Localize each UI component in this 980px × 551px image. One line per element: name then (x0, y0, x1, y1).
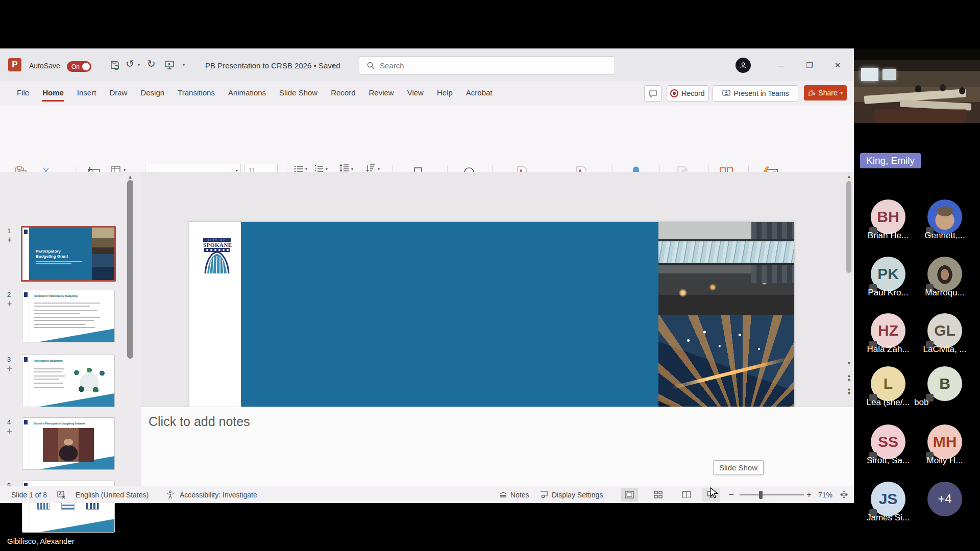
participant-name: James Si... (857, 513, 919, 523)
search-box[interactable] (359, 56, 615, 74)
accessibility-status[interactable]: Accessibility: Investigate (180, 486, 257, 503)
title-dropdown-icon[interactable]: ▾ (333, 64, 335, 68)
notes-placeholder[interactable]: Click to add notes (149, 414, 250, 429)
slide-thumbnail-3[interactable]: Participatory Budgeting (22, 355, 115, 407)
zoom-level[interactable]: 71% (818, 486, 832, 503)
fit-slide-button[interactable] (840, 486, 848, 503)
screen: P AutoSave On ↺ ▾ ↻ ▾ PB Presentation to… (0, 0, 980, 551)
zoom-slider-thumb[interactable] (759, 491, 763, 499)
search-input[interactable] (379, 61, 585, 70)
line-spacing-button[interactable] (339, 164, 349, 172)
zoom-in-button[interactable]: + (806, 486, 812, 503)
undo-button[interactable]: ↺ (126, 58, 134, 70)
tab-insert[interactable]: Insert (70, 81, 103, 105)
active-speaker-video[interactable] (854, 48, 980, 123)
animation-star-icon (7, 366, 12, 371)
record-presentation-button[interactable]: Record (667, 85, 708, 102)
share-button[interactable]: Share▾ (804, 85, 847, 101)
previous-slide-button[interactable]: ▲▲ (847, 374, 851, 381)
comments-button[interactable] (644, 85, 662, 102)
zoom-slider-tick (771, 492, 771, 497)
thumb-title: Participatory Budgeting (34, 359, 105, 362)
thumb-title: Funding for Participatory Budgeting (34, 294, 105, 297)
active-speaker-label: King, Emily (860, 153, 921, 168)
account-avatar[interactable] (736, 58, 751, 73)
room-person (959, 87, 965, 94)
restore-button[interactable]: ❐ (798, 58, 821, 73)
language-indicator[interactable]: English (United States) (76, 486, 149, 503)
normal-view-button[interactable] (621, 488, 638, 502)
participant-name: Hala Zah... (857, 344, 919, 355)
tab-slide-show[interactable]: Slide Show (273, 81, 324, 105)
spellcheck-icon[interactable] (57, 486, 66, 503)
reading-view-button[interactable] (678, 488, 695, 502)
line-spacing-dropdown-icon[interactable]: ▾ (351, 167, 353, 171)
next-slide-button[interactable]: ▼▼ (847, 388, 851, 395)
tab-draw[interactable]: Draw (103, 81, 134, 105)
slide-thumbnail-1[interactable]: Participatory Budgeting Grant (21, 226, 116, 282)
start-slideshow-icon[interactable] (164, 60, 175, 70)
participant-name: Lea (she/... (857, 397, 919, 408)
tab-file[interactable]: File (10, 81, 36, 105)
participant-name: bob (914, 397, 955, 408)
participant-overflow-badge[interactable]: +4 (927, 482, 962, 516)
tab-view[interactable]: View (401, 81, 430, 105)
thumb-number: 1 (7, 227, 11, 235)
slide-sorter-button[interactable] (649, 488, 667, 502)
autosave-toggle[interactable]: On (63, 61, 91, 72)
numbering-button[interactable] (314, 165, 324, 172)
autosave-label: AutoSave (29, 62, 60, 70)
sort-text-button[interactable] (365, 164, 376, 172)
toggle-knob (82, 63, 90, 70)
display-settings-button[interactable]: Display Settings (540, 486, 603, 503)
present-in-teams-button[interactable]: Present in Teams (713, 85, 798, 102)
accessibility-icon[interactable] (166, 486, 175, 503)
powerpoint-logo-icon[interactable]: P (8, 58, 21, 71)
tab-design[interactable]: Design (134, 81, 171, 105)
tab-acrobat[interactable]: Acrobat (459, 81, 499, 105)
record-dot-icon (670, 89, 678, 97)
slide-indicator[interactable]: Slide 1 of 8 (11, 486, 47, 503)
powerpoint-window: P AutoSave On ↺ ▾ ↻ ▾ PB Presentation to… (0, 48, 854, 503)
thumb-scrollbar[interactable] (127, 180, 133, 359)
thumb-photo (43, 428, 94, 462)
tab-transitions[interactable]: Transitions (171, 81, 222, 105)
thumb-diagram (69, 366, 109, 398)
bullets-dropdown-icon[interactable]: ▾ (305, 167, 307, 171)
slide-thumbnail-4[interactable]: Boston's Participatory Budgeting Initiat… (22, 417, 115, 470)
quick-access-dropdown-icon[interactable]: ▾ (183, 63, 185, 67)
minimize-button[interactable]: ─ (770, 58, 792, 73)
editor-scrollbar[interactable] (846, 181, 851, 273)
room-person (940, 84, 946, 91)
tab-animations[interactable]: Animations (222, 81, 273, 105)
tab-home[interactable]: Home (36, 81, 70, 105)
numbering-dropdown-icon[interactable]: ▾ (326, 167, 328, 171)
document-title[interactable]: PB Presentation to CRSB 2026 • Saved (205, 61, 340, 70)
zoom-slider-track[interactable] (740, 494, 804, 495)
redo-button[interactable]: ↻ (147, 58, 156, 70)
slide-thumbnail-2[interactable]: Funding for Participatory Budgeting (22, 290, 115, 342)
bullets-button[interactable] (294, 165, 303, 172)
teams-panel: King, Emily BH Brian He... Gennett,... P… (854, 0, 980, 551)
tab-record[interactable]: Record (324, 81, 362, 105)
tab-review[interactable]: Review (362, 81, 401, 105)
thumb-scroll-up-icon[interactable]: ▲ (128, 174, 133, 180)
participant-name: Sirott, Sa... (857, 456, 919, 466)
room-screen (861, 68, 878, 81)
close-button[interactable]: ✕ (826, 58, 849, 73)
sort-dropdown-icon[interactable]: ▾ (378, 167, 380, 171)
undo-dropdown-icon[interactable]: ▾ (138, 63, 140, 67)
teams-icon (722, 89, 730, 97)
save-icon[interactable] (110, 60, 120, 70)
scroll-down-icon[interactable]: ▼ (847, 362, 851, 365)
scroll-up-icon[interactable]: ▲ (847, 175, 851, 179)
ribbon-tabs: FileHomeInsertDrawDesignTransitionsAnima… (0, 81, 854, 105)
tab-help[interactable]: Help (430, 81, 459, 105)
zoom-out-button[interactable]: − (729, 486, 734, 503)
animation-star-icon (7, 301, 12, 307)
autosave-state: On (71, 63, 80, 70)
notes-toggle-button[interactable]: Notes (499, 486, 529, 503)
room-floor (874, 109, 966, 123)
slide-photo-street (658, 222, 794, 315)
participant-name: Molly H... (914, 456, 975, 466)
